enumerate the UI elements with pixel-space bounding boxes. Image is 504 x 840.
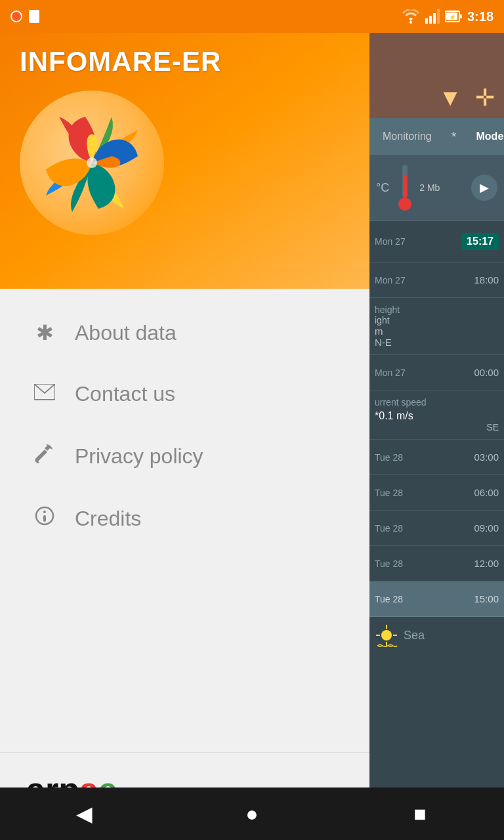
time-slot-3: Mon 27 00:00 <box>369 355 504 390</box>
time-slot-5: Tue 28 06:00 <box>369 475 504 511</box>
menu-item-privacy-policy[interactable]: Privacy policy <box>0 425 369 488</box>
svg-point-18 <box>381 630 392 640</box>
sun-icon <box>375 623 398 647</box>
time-slot-4: Tue 28 03:00 <box>369 440 504 475</box>
time-slot-1: Mon 27 18:00 <box>369 262 504 298</box>
app-title: INFOMARE-ER <box>20 46 350 77</box>
tab-separator: * <box>445 125 463 148</box>
menu-item-contact-us[interactable]: Contact us <box>0 364 369 425</box>
pinwheel-logo <box>39 110 144 215</box>
sea-icon-area: Sea <box>369 617 504 654</box>
home-button[interactable]: ● <box>232 794 272 833</box>
svg-rect-3 <box>433 13 436 24</box>
time-slot-7: Tue 28 12:00 <box>369 546 504 581</box>
svg-point-10 <box>87 158 97 168</box>
tab-models[interactable]: Models <box>470 127 505 146</box>
time-slot-8: Tue 28 15:00 <box>369 581 504 617</box>
signal-icon <box>425 9 440 24</box>
svg-point-13 <box>43 511 46 513</box>
dropdown-icon[interactable]: ▼ <box>438 84 462 112</box>
menu-items: ✱ About data Contact us <box>0 289 369 752</box>
tabs-row: Monitoring * Models <box>369 118 504 155</box>
drawer-header: INFOMARE-ER <box>0 33 369 289</box>
status-bar-left <box>10 10 39 23</box>
thermometer-icon <box>394 161 414 214</box>
contact-us-icon <box>33 382 56 406</box>
svg-rect-4 <box>437 9 440 24</box>
battery-icon: ⚡ <box>445 9 462 24</box>
about-data-icon: ✱ <box>33 320 56 345</box>
svg-point-17 <box>398 198 411 211</box>
tab-monitoring[interactable]: Monitoring <box>376 127 438 146</box>
credits-icon <box>33 506 56 531</box>
privacy-policy-icon <box>33 443 56 469</box>
svg-text:⚡: ⚡ <box>449 13 457 21</box>
about-data-label: About data <box>75 321 177 345</box>
temp-area: °C 2 Mb ▶ <box>369 155 504 221</box>
privacy-policy-label: Privacy policy <box>75 444 203 469</box>
app-container: INFOMARE-ER <box>0 33 504 840</box>
time-slot-6: Tue 28 09:00 <box>369 511 504 546</box>
drawer-panel: INFOMARE-ER <box>0 33 369 840</box>
wave-height-section: height ight m N-E <box>369 298 504 355</box>
celsius-label: °C <box>376 181 389 195</box>
notification-dot <box>10 10 22 22</box>
play-button[interactable]: ▶ <box>471 175 497 201</box>
recent-button[interactable]: ■ <box>400 794 440 833</box>
move-icon[interactable]: ✛ <box>475 84 495 112</box>
credits-label: Credits <box>75 507 141 531</box>
menu-item-about-data[interactable]: ✱ About data <box>0 302 369 364</box>
svg-rect-14 <box>43 515 46 522</box>
logo-circle <box>20 91 164 235</box>
status-bar: ⚡ 3:18 <box>0 0 504 33</box>
sim-icon <box>29 10 39 23</box>
size-label: 2 Mb <box>419 182 440 193</box>
wifi-icon <box>402 9 420 24</box>
svg-point-0 <box>410 21 412 24</box>
right-header: ▼ ✛ <box>369 33 504 118</box>
time-slot-0: Mon 27 15:17 <box>369 221 504 262</box>
svg-rect-2 <box>429 16 432 24</box>
right-panel: ▼ ✛ Monitoring * Models °C 2 Mb ▶ <box>369 33 504 840</box>
time-display: 3:18 <box>467 9 494 24</box>
sea-text: Sea <box>404 629 425 642</box>
current-section: urrent speed *0.1 m/s SE <box>369 390 504 440</box>
svg-rect-7 <box>459 14 462 18</box>
svg-rect-16 <box>403 175 407 198</box>
time-slots: Mon 27 15:17 Mon 27 18:00 height ight m … <box>369 221 504 617</box>
nav-bar: ◀ ● ■ <box>0 788 504 840</box>
back-button[interactable]: ◀ <box>64 794 104 833</box>
contact-us-label: Contact us <box>75 382 175 406</box>
status-bar-right: ⚡ 3:18 <box>402 9 494 24</box>
svg-rect-1 <box>425 18 428 24</box>
menu-item-credits[interactable]: Credits <box>0 488 369 549</box>
